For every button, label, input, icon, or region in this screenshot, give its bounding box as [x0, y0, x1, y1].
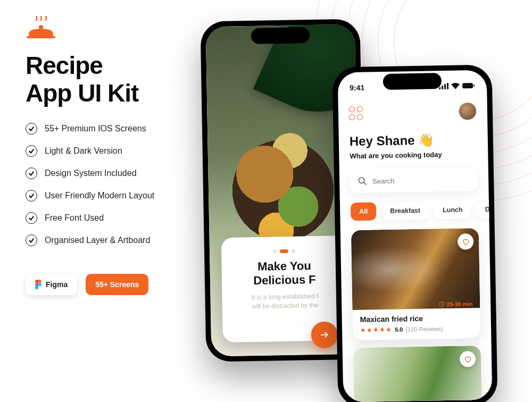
svg-line-11	[363, 182, 366, 185]
recipe-card[interactable]: 25-30 min Maxican fried rice ★★★★★ 5.0 (…	[351, 228, 481, 340]
feature-item: User Friendly Modern Layout	[26, 190, 206, 202]
onboarding-card: Make You Delicious F It is a long establ…	[221, 236, 348, 342]
feature-label: User Friendly Modern Layout	[45, 191, 154, 200]
svg-rect-6	[444, 84, 446, 89]
heart-icon	[463, 355, 471, 363]
svg-rect-7	[447, 83, 448, 89]
feature-label: Light & Dark Version	[45, 146, 122, 156]
wave-emoji: 👋	[418, 132, 434, 148]
recipe-card[interactable]	[353, 346, 483, 402]
feature-label: 55+ Premium IOS Screens	[45, 124, 146, 133]
svg-point-10	[359, 178, 364, 183]
wifi-icon	[451, 82, 460, 89]
feature-label: Design System Included	[45, 169, 137, 178]
feature-item: Organised Layer & Artboard	[26, 234, 206, 246]
check-icon	[26, 145, 37, 157]
page-indicator[interactable]	[231, 248, 337, 254]
svg-rect-8	[462, 83, 473, 88]
svg-point-2	[38, 283, 41, 286]
favorite-button[interactable]	[460, 351, 476, 367]
star-icons: ★★★★★	[360, 326, 392, 334]
figma-icon	[35, 280, 41, 289]
category-tab-lunch[interactable]: Lunch	[434, 200, 471, 219]
arrow-right-icon	[319, 330, 330, 340]
check-icon	[26, 190, 37, 202]
svg-point-0	[39, 25, 43, 29]
category-tab-dinner[interactable]: Dinner	[476, 200, 492, 219]
search-field[interactable]	[372, 175, 470, 185]
screens-chip: 55+ Screens	[86, 274, 148, 295]
search-icon	[358, 177, 367, 186]
category-tabs: All Breakfast Lunch Dinner	[351, 200, 479, 221]
heart-icon	[462, 238, 470, 246]
recipe-image	[353, 346, 483, 402]
status-bar: 9:41	[338, 78, 487, 96]
battery-icon	[462, 82, 475, 89]
cook-time: 25-30 min	[438, 300, 473, 307]
feature-list: 55+ Premium IOS Screens Light & Dark Ver…	[26, 123, 206, 246]
greeting: Hey Shane 👋	[350, 132, 477, 149]
figma-chip: Figma	[26, 274, 77, 295]
avatar[interactable]	[459, 102, 477, 121]
feature-item: Free Font Used	[26, 212, 206, 224]
category-tab-breakfast[interactable]: Breakfast	[381, 202, 429, 221]
check-icon	[26, 123, 37, 135]
feature-item: Light & Dark Version	[26, 145, 206, 157]
recipe-image	[351, 228, 480, 310]
onboarding-title: Make You Delicious F	[231, 258, 338, 288]
phone-mockup-home: 9:41 Hey Shane 👋 What are you cooking to…	[332, 64, 497, 402]
feature-item: 55+ Premium IOS Screens	[26, 123, 206, 135]
favorite-button[interactable]	[458, 233, 474, 250]
check-icon	[26, 234, 37, 246]
onboarding-body: It is a long established f will be distr…	[231, 292, 338, 312]
recipe-rating: ★★★★★ 5.0 (120 Reviews)	[360, 324, 473, 334]
cellular-icon	[439, 83, 448, 89]
greeting-subtitle: What are you cooking today	[350, 150, 477, 160]
status-time: 9:41	[350, 83, 364, 92]
svg-rect-5	[442, 86, 443, 89]
feature-label: Free Font Used	[45, 213, 104, 223]
svg-rect-9	[473, 85, 475, 87]
phone-notch	[251, 27, 310, 44]
figma-chip-label: Figma	[46, 280, 68, 289]
page-title: Recipe App UI Kit	[26, 52, 206, 107]
svg-rect-4	[439, 87, 440, 89]
check-icon	[26, 212, 37, 224]
screens-chip-label: 55+ Screens	[95, 280, 139, 289]
clock-icon	[438, 301, 445, 307]
category-tab-all[interactable]: All	[351, 202, 377, 221]
recipe-name: Maxican fried rice	[360, 313, 473, 324]
svg-rect-1	[27, 36, 55, 38]
menu-button[interactable]	[349, 106, 363, 120]
feature-item: Design System Included	[26, 168, 206, 179]
brand-logo-icon	[26, 16, 206, 43]
feature-label: Organised Layer & Artboard	[45, 236, 150, 245]
search-input[interactable]	[350, 168, 478, 193]
check-icon	[26, 168, 37, 179]
